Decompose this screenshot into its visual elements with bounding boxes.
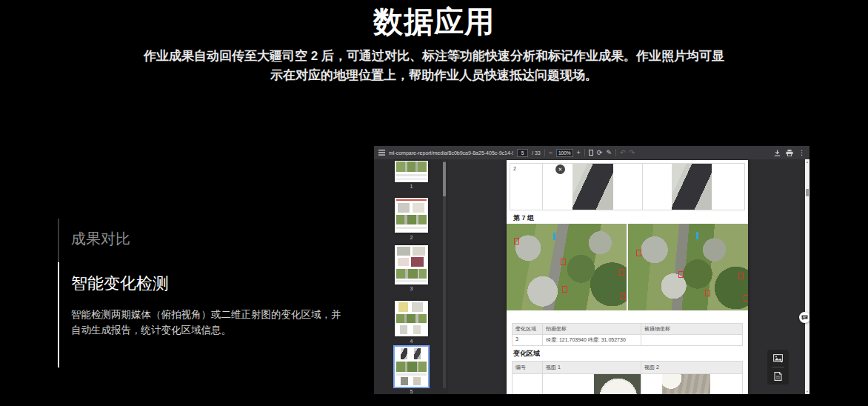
page-subtitle: 作业成果自动回传至大疆司空 2 后，可通过对比、标注等功能快速分析和标记作业成果… xyxy=(143,47,725,85)
change-marker xyxy=(514,238,519,244)
thumbnail-preview xyxy=(396,373,427,376)
summary-header-capture-coord: 拍摄坐标 xyxy=(543,324,641,335)
thumbnail-preview xyxy=(397,247,410,256)
scroll-down-icon[interactable]: ▼ xyxy=(805,390,809,393)
aerial-roof-image xyxy=(672,164,712,210)
thumbnail-label: 2 xyxy=(395,235,428,240)
thumbnail-preview xyxy=(398,203,410,213)
document-scrollbar[interactable]: ▲ ▼ xyxy=(805,159,809,394)
change-marker xyxy=(738,273,744,279)
cursor-close-icon: ✕ xyxy=(555,164,565,174)
detail-table: 编号 视图 1 视图 2 xyxy=(512,361,743,394)
thumbnail-label: 4 xyxy=(395,339,428,344)
thumbnail-sidebar: 1 2 3 xyxy=(374,159,448,394)
thumbnail-preview xyxy=(413,325,421,334)
change-marker xyxy=(705,290,710,296)
image-icon xyxy=(773,354,783,363)
thumbnail-preview xyxy=(412,302,423,312)
detail-cell-id xyxy=(513,374,543,395)
thumbnail-scrollbar-thumb[interactable] xyxy=(443,162,446,196)
thumbnail-scrollbar[interactable] xyxy=(443,161,446,388)
zoom-level-input[interactable]: 100% xyxy=(556,149,573,157)
more-options-button[interactable]: ⋮ xyxy=(798,150,805,156)
feature-nav: 成果对比 智能变化检测 智能检测两期媒体（俯拍视角）或二维正射图的变化区域，并自… xyxy=(58,219,354,367)
change-marker xyxy=(561,259,566,265)
thumbnail-preview xyxy=(396,174,427,176)
summary-cell-count: 3 xyxy=(513,335,543,346)
thumbnail-preview xyxy=(413,247,425,256)
thumbnail-label: 3 xyxy=(395,286,428,291)
pdf-page: 2 ✕ 第 7 组 xyxy=(507,160,748,394)
comment-fab-button[interactable] xyxy=(799,312,809,323)
feature-detect-title[interactable]: 智能变化检测 xyxy=(71,273,354,295)
thumbnail-page-1[interactable] xyxy=(395,161,428,182)
thumbnail-preview xyxy=(411,257,424,267)
thumbnail-preview xyxy=(414,348,421,359)
section-heading: 变化区域 xyxy=(513,349,540,359)
thumbnail-preview xyxy=(398,302,408,312)
download-button[interactable] xyxy=(774,150,781,156)
feature-compare-label[interactable]: 成果对比 xyxy=(71,229,354,249)
zoom-out-button[interactable]: − xyxy=(549,150,552,156)
fit-page-button[interactable] xyxy=(589,150,593,156)
thumbnail-preview xyxy=(413,377,421,385)
detail-image-view1 xyxy=(594,374,641,394)
aerial-photo-period-2[interactable] xyxy=(628,224,748,310)
group-heading: 第 7 组 xyxy=(513,213,534,223)
thumbnail-page-2[interactable] xyxy=(395,198,428,233)
toolbar-divider xyxy=(584,149,585,156)
zoom-in-button[interactable]: + xyxy=(577,150,581,156)
thumbnail-preview xyxy=(400,325,407,334)
page-total-label: / 33 xyxy=(532,150,541,156)
toolbar-divider xyxy=(544,149,545,156)
thumbnail-preview xyxy=(398,258,409,266)
thumbnail-preview xyxy=(401,348,407,359)
annotate-button[interactable]: ✎ xyxy=(606,150,612,156)
toolbar-right-group: ⋮ xyxy=(774,150,805,156)
table-cell-view2 xyxy=(643,164,745,210)
thumbnail-label: 5 xyxy=(395,389,428,394)
document-scrollbar-thumb[interactable] xyxy=(806,189,809,196)
pdf-filename: ml-compare-report/media/8c0b9ca9-8a25-40… xyxy=(389,150,513,156)
image-export-button[interactable] xyxy=(767,350,789,367)
rotate-button[interactable]: ⟳ xyxy=(597,150,603,156)
thumbnail-page-5-selected[interactable] xyxy=(395,347,428,387)
thumbnail-preview xyxy=(396,227,427,229)
detail-header-view2: 视图 2 xyxy=(641,362,743,374)
thumbnail-preview xyxy=(413,203,424,213)
page-number-input[interactable]: 5 xyxy=(517,149,528,157)
change-marker xyxy=(621,293,626,300)
thumbnail-label: 1 xyxy=(395,184,428,189)
thumbnail-preview xyxy=(396,314,427,323)
compare-images xyxy=(507,224,748,310)
summary-header-subject-coord: 被摄物坐标 xyxy=(641,324,743,335)
thumbnail-page-3[interactable] xyxy=(395,245,428,284)
previous-group-table: 2 xyxy=(510,163,745,210)
thumbnail-preview xyxy=(396,362,427,372)
thumbnail-preview xyxy=(396,178,427,180)
fit-page-icon xyxy=(589,150,593,156)
undo-button[interactable]: ↶ xyxy=(620,150,626,156)
detail-header-id: 编号 xyxy=(513,362,543,374)
selected-marker xyxy=(553,233,555,240)
report-document-button[interactable] xyxy=(767,367,789,385)
scroll-up-icon[interactable]: ▲ xyxy=(805,160,809,164)
change-marker xyxy=(678,271,684,278)
summary-table: 变化区域 拍摄坐标 被摄物坐标 3 经度: 121.703940 纬度: 31.… xyxy=(512,323,743,346)
feature-item-change-detect[interactable]: 智能变化检测 智能检测两期媒体（俯拍视角）或二维正射图的变化区域，并自动生成报告… xyxy=(58,262,354,367)
thumbnail-page-4[interactable] xyxy=(395,301,428,336)
thumbnail-preview xyxy=(396,199,427,201)
thumbnail-preview xyxy=(396,280,427,282)
aerial-photo-period-1[interactable] xyxy=(507,224,627,310)
table-cell-row-number: 2 xyxy=(510,164,543,210)
redo-button[interactable]: ↷ xyxy=(629,150,635,156)
print-button[interactable] xyxy=(786,150,793,156)
pdf-toolbar: ml-compare-report/media/8c0b9ca9-8a25-40… xyxy=(374,146,809,159)
detail-cell-view1 xyxy=(543,374,641,395)
summary-cell-empty xyxy=(641,335,743,346)
detail-cell-view2 xyxy=(641,374,743,395)
pdf-viewer-body: 1 2 3 xyxy=(374,159,809,394)
menu-icon[interactable] xyxy=(378,150,385,156)
feature-item-compare[interactable]: 成果对比 xyxy=(58,219,354,262)
aerial-roof-image xyxy=(572,164,613,210)
